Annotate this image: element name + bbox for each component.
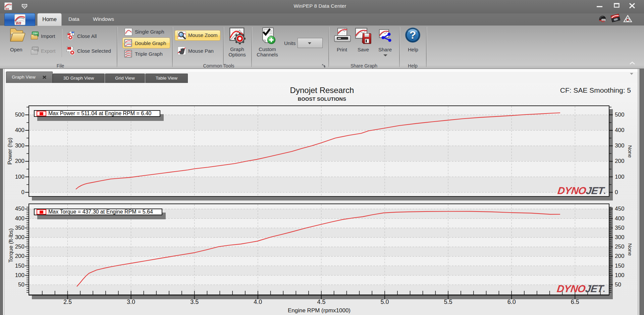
svg-text:?: ?	[410, 29, 416, 41]
svg-text:W8: W8	[601, 20, 605, 22]
svg-text:W8: W8	[5, 7, 9, 10]
svg-text:CSV: CSV	[33, 47, 38, 50]
svg-text:W8: W8	[16, 21, 21, 25]
svg-text:CSV: CSV	[33, 32, 38, 35]
